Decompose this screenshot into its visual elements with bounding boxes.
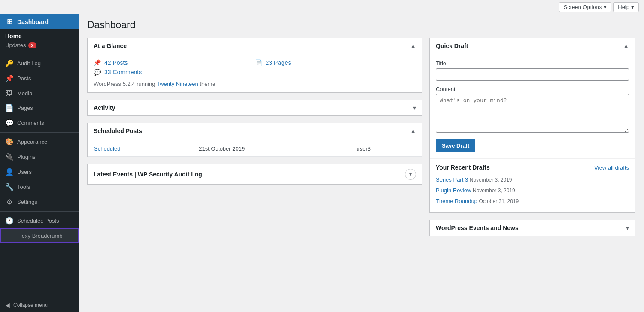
sidebar-updates-link[interactable]: Updates [5,42,26,48]
activity-header[interactable]: Activity ▾ [88,100,422,115]
scheduled-posts-icon: 🕐 [5,217,14,225]
appearance-icon: 🎨 [5,138,14,146]
sidebar-item-pages[interactable]: 📄 Pages [0,100,79,115]
at-a-glance-panel: At a Glance ▲ 📌 42 Posts 📄 23 Pages [87,38,422,93]
sidebar-item-appearance[interactable]: 🎨 Appearance [0,134,79,149]
sidebar-home-section: Home [0,29,79,41]
at-a-glance-toggle: ▲ [410,42,416,49]
activity-panel: Activity ▾ [87,100,422,116]
sidebar-item-label: Comments [17,120,44,126]
title-input[interactable] [436,68,629,81]
screen-options-chevron: ▾ [604,4,607,10]
sidebar-item-comments[interactable]: 💬 Comments [0,115,79,130]
left-column: At a Glance ▲ 📌 42 Posts 📄 23 Pages [87,38,422,236]
layout: ⊞ Dashboard Home Updates 2 🔑 Audit Log 📌… [0,14,644,312]
scheduled-posts-header[interactable]: Scheduled Posts ▲ [88,123,422,139]
scheduled-date-cell: 21st October 2019 [193,141,350,157]
main-content: Dashboard At a Glance ▲ 📌 42 Posts [79,14,644,312]
sidebar-item-label: Plugins [17,154,36,160]
collapse-icon: ◀ [5,302,10,309]
wp-events-toggle: ▾ [626,224,629,231]
posts-glance-link[interactable]: 42 Posts [104,59,128,66]
content-grid: At a Glance ▲ 📌 42 Posts 📄 23 Pages [87,38,635,236]
collapse-menu[interactable]: ◀ Collapse menu [0,298,79,312]
latest-events-toggle-btn[interactable]: ▾ [405,169,416,180]
wp-events-panel: WordPress Events and News ▾ [429,220,635,236]
scheduled-posts-toggle: ▲ [410,127,416,134]
comments-glance-link[interactable]: 33 Comments [104,69,142,76]
screen-options-button[interactable]: Screen Options ▾ [559,2,612,12]
help-button[interactable]: Help ▾ [613,2,639,12]
sidebar-item-tools[interactable]: 🔧 Tools [0,179,79,194]
pages-icon: 📄 [5,104,14,112]
sidebar-item-audit-log[interactable]: 🔑 Audit Log [0,56,79,71]
audit-log-icon: 🔑 [5,59,14,67]
scheduled-link-cell: Scheduled [88,141,193,157]
latest-events-header[interactable]: Latest Events | WP Security Audit Log ▾ [88,164,422,184]
at-a-glance-title: At a Glance [94,42,127,49]
sidebar-item-scheduled-posts[interactable]: 🕐 Scheduled Posts [0,213,79,228]
quick-draft-header[interactable]: Quick Draft ▲ [430,38,635,54]
scheduled-posts-body: Scheduled 21st October 2019 user3 [88,141,422,157]
sidebar-divider-2 [0,132,79,133]
posts-glance-icon: 📌 [94,59,101,66]
pages-glance-link[interactable]: 23 Pages [266,59,291,66]
dashboard-icon: ⊞ [5,18,14,26]
help-label: Help [618,4,629,10]
sidebar-item-label: Media [17,90,32,97]
sidebar-item-plugins[interactable]: 🔌 Plugins [0,149,79,164]
theme-link[interactable]: Twenty Nineteen [157,81,198,87]
wp-events-header[interactable]: WordPress Events and News ▾ [430,220,635,236]
draft-link-2[interactable]: Plugin Review [436,187,471,194]
comments-icon: 💬 [5,119,14,127]
sidebar: ⊞ Dashboard Home Updates 2 🔑 Audit Log 📌… [0,14,79,312]
save-draft-button[interactable]: Save Draft [436,139,475,152]
sidebar-item-label: Users [17,169,32,175]
table-row: Scheduled 21st October 2019 user3 [88,141,422,157]
sidebar-item-flexy-breadcrumb[interactable]: ⋯ Flexy Breadcrumb [0,228,79,243]
sidebar-item-media[interactable]: 🖼 Media [0,86,79,100]
sidebar-item-label: Scheduled Posts [17,218,59,224]
quick-draft-toggle: ▲ [623,42,629,49]
scheduled-table: Scheduled 21st October 2019 user3 [88,141,422,157]
pages-glance-icon: 📄 [255,59,262,66]
sidebar-item-users[interactable]: 👤 Users [0,164,79,179]
draft-link-3[interactable]: Theme Roundup [436,198,477,204]
latest-events-title: Latest Events | WP Security Audit Log [94,171,202,178]
sidebar-item-label: Audit Log [17,60,41,67]
comments-glance-icon: 💬 [94,69,101,76]
glance-pages: 📄 23 Pages [255,59,416,66]
recent-drafts-header: Your Recent Drafts View all drafts [430,158,635,174]
sidebar-item-posts[interactable]: 📌 Posts [0,71,79,86]
sidebar-item-label: Posts [17,75,31,82]
collapse-label: Collapse menu [13,302,48,308]
sidebar-updates-section: Updates 2 [0,41,79,52]
quick-draft-body: Title Content Save Draft [430,54,635,158]
sidebar-divider-3 [0,211,79,212]
sidebar-item-label: Appearance [17,139,47,145]
sidebar-dashboard-header[interactable]: ⊞ Dashboard [0,14,79,29]
glance-posts: 📌 42 Posts [94,59,255,66]
sidebar-item-label: Flexy Breadcrumb [17,233,62,239]
content-label: Content [436,86,629,92]
recent-drafts-title: Your Recent Drafts [436,164,490,171]
sidebar-home-link[interactable]: Home [5,33,73,39]
settings-icon: ⚙ [5,198,14,206]
sidebar-item-label: Settings [17,199,37,205]
scheduled-link[interactable]: Scheduled [94,145,120,152]
at-a-glance-header[interactable]: At a Glance ▲ [88,38,422,54]
draft-link-1[interactable]: Series Part 3 [436,176,468,183]
at-a-glance-wp-info: WordPress 5.2.4 running Twenty Nineteen … [94,81,416,87]
at-a-glance-items: 📌 42 Posts 📄 23 Pages 💬 33 Comments [94,59,416,76]
quick-draft-panel: Quick Draft ▲ Title Content Save Draft Y… [429,38,635,213]
activity-toggle: ▾ [413,104,416,111]
page-title: Dashboard [87,19,635,31]
glance-comments: 💬 33 Comments [94,69,255,76]
plugins-icon: 🔌 [5,153,14,161]
sidebar-dashboard-label: Dashboard [17,18,49,25]
sidebar-item-settings[interactable]: ⚙ Settings [0,194,79,209]
media-icon: 🖼 [5,89,14,97]
view-all-drafts-link[interactable]: View all drafts [594,164,629,171]
content-textarea[interactable] [436,94,629,133]
wp-events-title: WordPress Events and News [436,224,519,231]
